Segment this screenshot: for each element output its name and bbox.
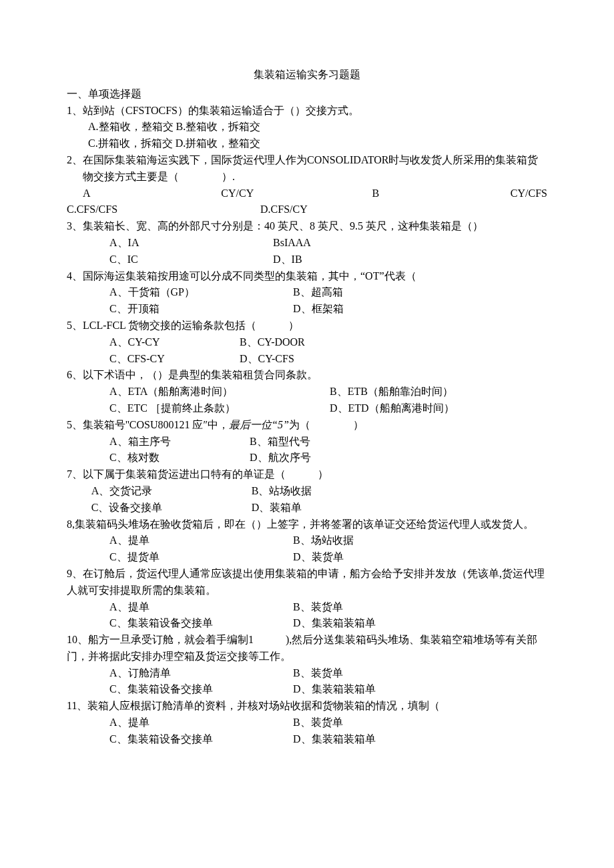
q9-row2: C、集装箱设备交接单 D、集装箱装箱单 [67,615,547,632]
q7-row1: A、交货记录 B、站场收据 [67,483,547,500]
q11-a: A、提单 [109,715,293,731]
q2-row1: A CY/CY B CY/CFS [67,185,547,202]
q3-c: C、IC [109,252,273,268]
q5b-row2: C、核对数 D、航次序号 [67,450,547,466]
q2-stem-text: 2、在国际集装箱海运实践下，国际货运代理人作为CONSOLIDATOR时与收发货… [67,152,547,185]
q2-a: A [67,185,103,202]
q10-row2: C、集装箱设备交接单 D、集装箱装箱单 [67,681,547,698]
q9-b: B、装货单 [293,599,343,616]
q11-stem: 11、装箱人应根据订舱清单的资料，并核对场站收据和货物装箱的情况，填制（ [67,698,547,715]
q9-a: A、提单 [109,599,293,616]
q7-c: C、设备交接单 [91,500,252,516]
q7-stem: 7、以下属于集装箱货运进出口特有的单证是（ ） [67,466,547,483]
q8-a: A、提单 [109,532,293,549]
q6-c: C、ETC ［提前终止条款） [109,400,330,417]
q4-c: C、开顶箱 [109,301,293,318]
q10-c: C、集装箱设备交接单 [109,681,293,698]
q7-d: D、装箱单 [252,500,302,516]
q2-stem: 2、在国际集装箱海运实践下，国际货运代理人作为CONSOLIDATOR时与收发货… [67,152,547,185]
q9-row1: A、提单 B、装货单 [67,599,547,616]
q9-stem: 9、在订舱后，货运代理人通常应该提出使用集装箱的申请，船方会给予安排并发放（凭该… [67,566,547,599]
q4-stem: 4、国际海运集装箱按用途可以分成不同类型的集装箱，其中，“OT”代表（ [67,268,547,285]
q8-d: D、装货单 [293,549,344,566]
q6-d: D、ETD（船舶离港时间） [330,400,454,417]
q2-av: CY/CY [221,185,254,202]
q3-d: D、IB [273,252,302,268]
q2-row2: C.CFS/CFS D.CFS/CY [67,201,547,218]
q11-d: D、集装箱装箱单 [293,731,376,748]
q4-d: D、框架箱 [293,301,344,318]
q11-c: C、集装箱设备交接单 [109,731,293,748]
q10-a: A、订舱清单 [109,665,293,682]
q4-row2: C、开顶箱 D、框架箱 [67,301,547,318]
q11-row2: C、集装箱设备交接单 D、集装箱装箱单 [67,731,547,748]
q1-a: A.整箱收，整箱交 [88,121,174,132]
q3-row2: C、IC D、IB [67,252,547,268]
q5-d: D、CY-CFS [240,351,294,368]
q9-d: D、集装箱装箱单 [293,615,376,632]
q1-d: D.拼箱收，整箱交 [176,137,261,149]
q3-row1: A、IA BsIAAA [67,235,547,252]
q3-a: A、IA [109,235,273,252]
q7-a: A、交货记录 [91,483,252,500]
q11-b: B、装货单 [293,715,343,731]
q8-b: B、场站收据 [293,532,354,549]
q5b-stem-a: 5、集装箱号''COSU800121 应″中， [67,419,229,430]
q1-c: C.拼箱收，拆箱交 [88,137,173,149]
q4-row1: A、干货箱（GP） B、超高箱 [67,284,547,301]
q10-d: D、集装箱装箱单 [293,681,376,698]
q5-row1: A、CY-CY B、CY-DOOR [67,334,547,351]
q10-row1: A、订舱清单 B、装货单 [67,665,547,682]
q6-stem: 6、以下术语中，（）是典型的集装箱租赁合同条款。 [67,367,547,384]
q5-c: C、CFS-CY [109,351,240,368]
q10-stem: 10、船方一旦承受订舱，就会着手编制1 ),然后分送集装箱码头堆场、集装箱空箱堆… [67,632,547,665]
q5-b: B、CY-DOOR [240,334,305,351]
q1-row1: A.整箱收，整箱交 B.整箱收，拆箱交 [67,119,547,135]
q5b-row1: A、箱主序号 B、箱型代号 [67,434,547,450]
q8-row1: A、提单 B、场站收据 [67,532,547,549]
q7-row2: C、设备交接单 D、装箱单 [67,500,547,516]
q3-b: BsIAAA [273,235,311,252]
q2-d: D.CFS/CY [260,201,308,218]
q5b-stem-c: 为（ ） [289,419,364,430]
q5-stem: 5、LCL-FCL 货物交接的运输条款包括（ ） [67,318,547,334]
page-title: 集装箱运输实务习题题 [67,67,547,83]
q6-b: B、ETB（船舶靠泊时间） [330,384,453,400]
q5b-a: A、箱主序号 [109,434,250,450]
q6-row1: A、ETA（船舶离港时间） B、ETB（船舶靠泊时间） [67,384,547,400]
q6-row2: C、ETC ［提前终止条款） D、ETD（船舶离港时间） [67,400,547,417]
q2-bv: CY/CFS [511,185,547,202]
q5-a: A、CY-CY [109,334,240,351]
q10-b: B、装货单 [293,665,343,682]
q2-b: B [372,185,392,202]
q5b-b: B、箱型代号 [250,434,310,450]
q8-row2: C、提货单 D、装货单 [67,549,547,566]
q2-c: C.CFS/CFS [67,201,260,218]
q11-row1: A、提单 B、装货单 [67,715,547,731]
q5-row2: C、CFS-CY D、CY-CFS [67,351,547,368]
q8-stem: 8,集装箱码头堆场在验收货箱后，即在（）上签字，并将签署的该单证交还给货运代理人… [67,516,547,533]
q5b-stem: 5、集装箱号''COSU800121 应″中，最后一位“5”为（ ） [67,417,547,434]
q1-row2: C.拼箱收，拆箱交 D.拼箱收，整箱交 [67,135,547,152]
q4-a: A、干货箱（GP） [109,284,293,301]
q5b-c: C、核对数 [109,450,250,466]
q7-b: B、站场收据 [252,483,312,500]
section-heading: 一、单项选择题 [67,86,547,103]
q1-b: B.整箱收，拆箱交 [176,121,261,132]
q1-stem: 1、站到站（CFSTOCFS）的集装箱运输适合于（）交接方式。 [67,103,547,119]
q8-c: C、提货单 [109,549,293,566]
q4-b: B、超高箱 [293,284,343,301]
q6-a: A、ETA（船舶离港时间） [109,384,330,400]
q3-stem: 3、集装箱长、宽、高的外部尺寸分别是：40 英尺、8 英尺、9.5 英尺，这种集… [67,218,547,235]
q5b-stem-b: 最后一位“5” [229,419,289,430]
q5b-d: D、航次序号 [250,450,311,466]
q9-c: C、集装箱设备交接单 [109,615,293,632]
